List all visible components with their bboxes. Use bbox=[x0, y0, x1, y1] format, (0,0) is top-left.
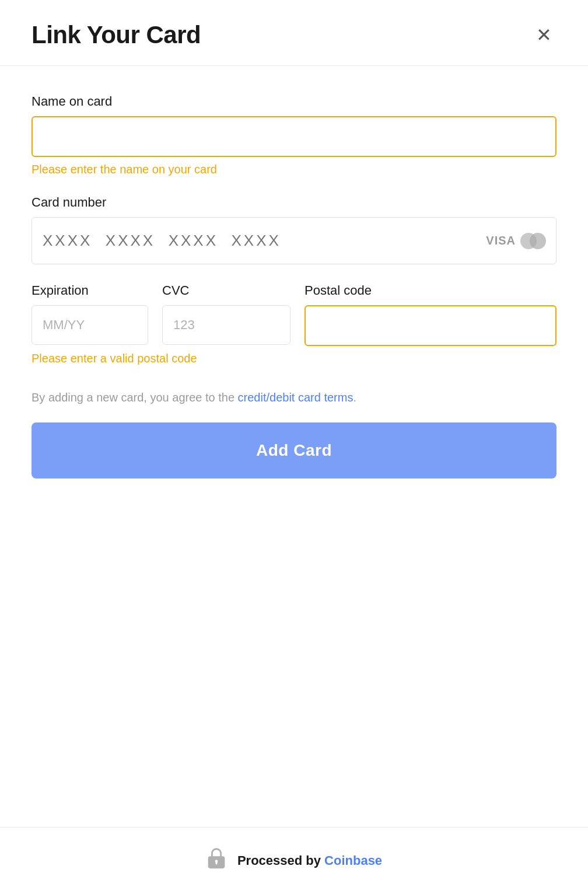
name-on-card-group: Name on card Please enter the name on yo… bbox=[32, 94, 556, 176]
expiration-group: Expiration bbox=[32, 283, 148, 346]
close-button[interactable]: ✕ bbox=[531, 21, 556, 49]
card-icons: VISA bbox=[486, 233, 546, 249]
modal-container: Link Your Card ✕ Name on card Please ent… bbox=[0, 0, 588, 894]
card-number-label: Card number bbox=[32, 195, 556, 210]
terms-prefix: By adding a new card, you agree to the bbox=[32, 391, 238, 404]
terms-suffix: . bbox=[353, 391, 356, 404]
coinbase-link[interactable]: Coinbase bbox=[324, 853, 382, 868]
visa-icon: VISA bbox=[486, 234, 516, 247]
postal-code-input[interactable] bbox=[304, 305, 556, 346]
expiration-label: Expiration bbox=[32, 283, 148, 298]
postal-code-group: Postal code bbox=[304, 283, 556, 346]
terms-text: By adding a new card, you agree to the c… bbox=[32, 389, 556, 406]
name-on-card-label: Name on card bbox=[32, 94, 556, 109]
cvc-label: CVC bbox=[162, 283, 290, 298]
processed-by-label: Processed by bbox=[237, 853, 324, 868]
expiration-input[interactable] bbox=[32, 305, 148, 345]
modal-title: Link Your Card bbox=[32, 21, 201, 49]
card-number-wrapper: VISA bbox=[32, 217, 556, 264]
row-fields: Expiration CVC Postal code bbox=[32, 283, 556, 346]
postal-code-label: Postal code bbox=[304, 283, 556, 298]
terms-link[interactable]: credit/debit card terms bbox=[238, 391, 354, 404]
postal-code-error: Please enter a valid postal code bbox=[32, 352, 556, 365]
name-on-card-error: Please enter the name on your card bbox=[32, 163, 556, 176]
row-fields-group: Expiration CVC Postal code Please enter … bbox=[32, 283, 556, 365]
modal-header: Link Your Card ✕ bbox=[0, 0, 588, 66]
processed-by-text: Processed by Coinbase bbox=[237, 853, 382, 868]
card-number-input[interactable] bbox=[32, 217, 556, 264]
svg-rect-2 bbox=[215, 861, 217, 865]
modal-footer: Processed by Coinbase bbox=[0, 827, 588, 894]
lock-svg bbox=[206, 846, 227, 871]
mastercard-icon bbox=[520, 233, 546, 249]
lock-icon bbox=[206, 846, 227, 875]
cvc-input[interactable] bbox=[162, 305, 290, 345]
close-icon: ✕ bbox=[536, 26, 552, 44]
add-card-button[interactable]: Add Card bbox=[32, 422, 556, 479]
modal-body: Name on card Please enter the name on yo… bbox=[0, 66, 588, 799]
card-number-group: Card number VISA bbox=[32, 195, 556, 264]
cvc-group: CVC bbox=[162, 283, 290, 346]
name-on-card-input[interactable] bbox=[32, 116, 556, 157]
